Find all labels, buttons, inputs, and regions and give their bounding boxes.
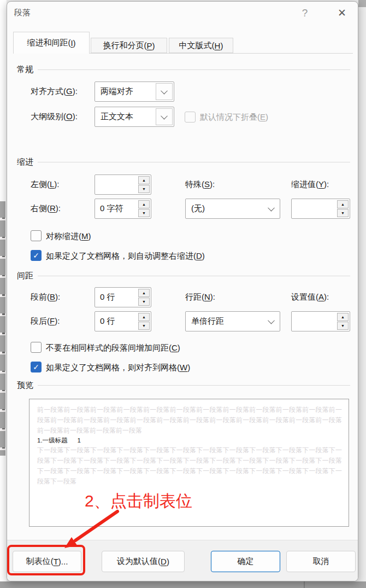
chevron-down-icon [268, 205, 275, 212]
no-space-same-style-label: 不要在相同样式的段落间增加间距(C) [46, 342, 180, 353]
spin-down-button[interactable]: ▼ [138, 185, 150, 193]
section-divider [38, 162, 350, 162]
space-before-field[interactable]: 0 行 ▲ ▼ [95, 287, 151, 307]
indent-by-field[interactable]: ▲ ▼ [291, 199, 350, 219]
chevron-down-icon [268, 317, 275, 324]
spacing-at-label: 设置值(A): [291, 292, 329, 302]
background-top-right [358, 0, 366, 7]
preview-before-paragraphs: 前一段落前一段落前一段落前一段落前一段落前一段落前一段落前一段落前一段落前一段落… [37, 405, 342, 436]
spin-down-button[interactable]: ▼ [138, 322, 150, 330]
preview-heading-number: 1 [78, 437, 81, 444]
space-before-label: 段前(B): [31, 292, 60, 302]
tab-asian-typography[interactable]: 中文版式(H) [169, 38, 233, 53]
no-space-same-style-checkbox[interactable] [31, 342, 42, 353]
mirror-indents-label: 对称缩进(M) [46, 231, 91, 242]
snap-to-grid-label: 如果定义了文档网格，则对齐到网格(W) [46, 362, 190, 373]
spin-down-button[interactable]: ▼ [337, 209, 349, 217]
indent-right-field[interactable]: 0 字符 ▲ ▼ [95, 199, 151, 219]
outline-level-combobox[interactable]: 正文文本 [95, 107, 174, 127]
collapsed-by-default-label: 默认情况下折叠(E) [200, 112, 268, 123]
chevron-down-icon [161, 88, 168, 95]
space-after-field[interactable]: 0 行 ▲ ▼ [95, 311, 151, 331]
indent-special-value: (无) [186, 203, 205, 214]
chevron-down-icon [161, 113, 168, 120]
cancel-button[interactable]: 取消 [286, 551, 356, 572]
section-divider [38, 385, 350, 386]
background-bottom-bar [0, 581, 366, 588]
spin-up-button[interactable]: ▲ [337, 313, 349, 321]
section-divider [38, 276, 350, 276]
indent-special-combobox[interactable]: (无) [185, 199, 280, 219]
preview-heading-line: 1.一级标题1 [37, 436, 342, 445]
help-icon[interactable]: ? [298, 7, 311, 20]
indent-by-label: 缩进值(Y): [291, 179, 329, 190]
auto-adjust-right-indent-checkbox[interactable]: ✓ [31, 250, 42, 261]
spin-up-button[interactable]: ▲ [138, 289, 150, 297]
section-general-title: 常规 [17, 65, 33, 75]
snap-to-grid-checkbox[interactable]: ✓ [31, 362, 42, 372]
alignment-value: 两端对齐 [95, 86, 133, 97]
collapsed-by-default-checkbox [185, 112, 196, 123]
line-spacing-value: 单倍行距 [186, 316, 224, 327]
outline-dropdown-button[interactable] [156, 108, 173, 125]
alignment-combobox[interactable]: 两端对齐 [95, 81, 174, 102]
spin-down-button[interactable]: ▼ [138, 298, 150, 306]
preview-after-paragraphs: 下一段落下一段落下一段落下一段落下一段落下一段落下一段落下一段落下一段落下一段落… [37, 445, 342, 487]
spin-up-button[interactable]: ▲ [138, 200, 150, 208]
indent-right-label: 右侧(R): [31, 203, 61, 214]
section-spacing-title: 间距 [17, 271, 33, 281]
tab-indents-and-spacing[interactable]: 缩进和间距(I) [13, 32, 90, 54]
section-general-header: 常规 [17, 65, 350, 75]
spacing-at-field[interactable]: ▲ ▼ [291, 311, 350, 331]
annotation-highlight-box [7, 545, 85, 575]
alignment-label: 对齐方式(G): [31, 86, 78, 97]
spin-up-button[interactable]: ▲ [138, 313, 150, 321]
close-icon[interactable]: ✕ [334, 5, 350, 21]
background-bottom-divider [304, 581, 305, 588]
check-icon: ✓ [33, 251, 39, 260]
dialog-title: 段落 [14, 8, 31, 18]
alignment-dropdown-button[interactable] [156, 83, 173, 100]
indent-right-value: 0 字符 [100, 199, 123, 218]
section-preview-title: 预览 [17, 380, 33, 391]
ok-button[interactable]: 确定 [211, 551, 280, 572]
outline-level-label: 大纲级别(O): [31, 111, 78, 122]
section-spacing-header: 间距 [17, 271, 350, 281]
line-spacing-label: 行距(N): [185, 292, 215, 302]
indent-left-label: 左侧(L): [31, 179, 60, 190]
section-indentation-header: 缩进 [17, 157, 350, 167]
indent-special-label: 特殊(S): [185, 179, 215, 190]
background-table-handle-strip [0, 201, 5, 456]
indent-left-field[interactable]: ▲ ▼ [95, 174, 151, 195]
spin-up-button[interactable]: ▲ [138, 176, 150, 184]
section-divider [38, 69, 350, 70]
spin-up-button[interactable]: ▲ [337, 200, 349, 208]
space-after-label: 段后(F): [31, 316, 60, 327]
line-spacing-combobox[interactable]: 单倍行距 [185, 311, 280, 331]
space-before-value: 0 行 [100, 288, 115, 307]
spin-down-button[interactable]: ▼ [337, 322, 349, 330]
space-after-value: 0 行 [100, 312, 115, 331]
auto-adjust-right-indent-label: 如果定义了文档网格，则自动调整右缩进(D) [46, 251, 205, 261]
section-preview-header: 预览 [17, 380, 350, 391]
section-indentation-title: 缩进 [17, 157, 33, 167]
outline-level-value: 正文文本 [95, 112, 133, 122]
tab-line-and-page-breaks[interactable]: 换行和分页(P) [91, 38, 167, 53]
preview-heading-text: 1.一级标题 [37, 437, 68, 444]
check-icon: ✓ [33, 363, 39, 371]
mirror-indents-checkbox[interactable] [31, 230, 42, 241]
spin-down-button[interactable]: ▼ [138, 209, 150, 217]
